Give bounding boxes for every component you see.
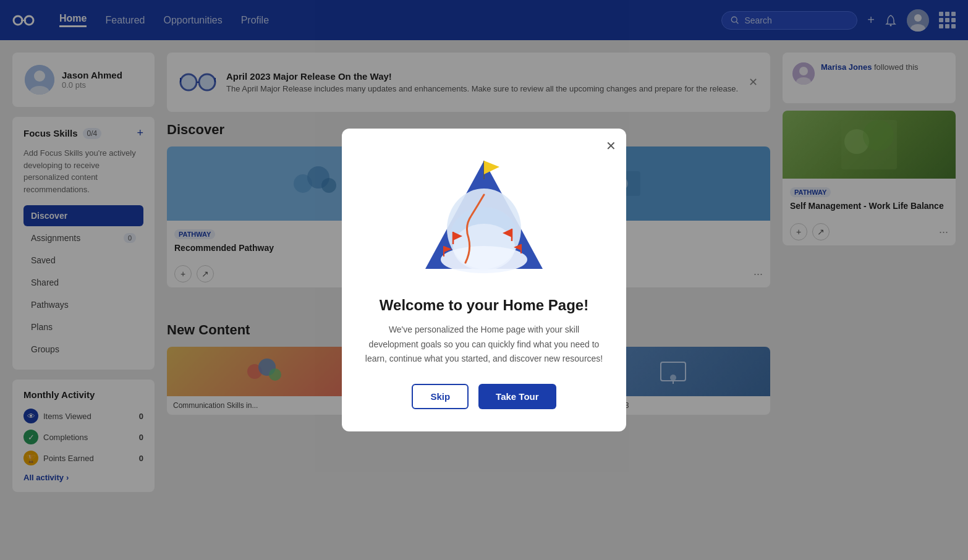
take-tour-button[interactable]: Take Tour xyxy=(478,384,556,409)
modal-description: We've personalized the Home page with yo… xyxy=(364,323,604,367)
welcome-modal: ✕ Welcome to your xyxy=(342,129,626,431)
svg-marker-50 xyxy=(484,161,499,174)
svg-point-40 xyxy=(441,246,527,273)
modal-overlay[interactable]: ✕ Welcome to your xyxy=(0,0,968,560)
modal-illustration xyxy=(416,148,552,284)
modal-title: Welcome to your Home Page! xyxy=(380,297,588,314)
modal-actions: Skip Take Tour xyxy=(412,384,556,409)
modal-close-button[interactable]: ✕ xyxy=(606,138,616,153)
skip-button[interactable]: Skip xyxy=(412,384,469,409)
